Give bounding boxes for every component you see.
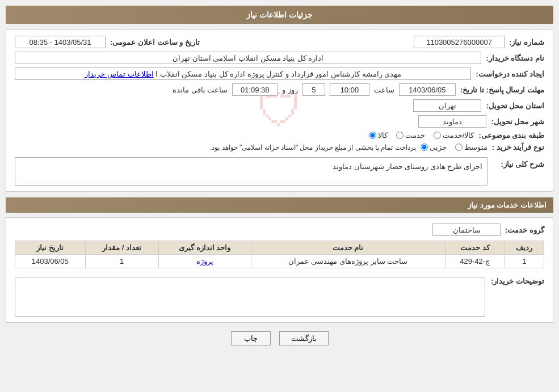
description-value: اجرای طرح هادی روستای حصار شهرستان دماون… bbox=[15, 157, 487, 186]
table-row: 1 ج-42-429 ساخت سایر پروژه‌های مهندسی عم… bbox=[15, 255, 544, 268]
city-label: شهر محل تحویل: bbox=[491, 117, 544, 126]
description-label: شرح کلی نیاز: bbox=[493, 160, 544, 168]
buyer-label: نام دستگاه خریدار: bbox=[486, 54, 544, 62]
category-option-khedmat[interactable]: خدمت bbox=[396, 131, 425, 140]
creator-link[interactable]: اطلاعات تماس خریدار bbox=[85, 70, 153, 78]
province-label: استان محل تحویل: bbox=[486, 102, 544, 110]
category-option-kala[interactable]: کالا bbox=[369, 131, 388, 140]
creator-label: ایجاد کننده درخواست: bbox=[476, 70, 544, 78]
cell-date: 1403/06/05 bbox=[15, 255, 86, 268]
services-section-header: اطلاعات خدمات مورد نیاز bbox=[6, 197, 553, 213]
service-group-label: گروه خدمت: bbox=[505, 226, 544, 234]
row-response-date: مهلت ارسال پاسخ: تا تاریخ: 1403/06/05 سا… bbox=[15, 83, 544, 96]
category-label: طبقه بندی موضوعی: bbox=[478, 131, 544, 140]
buttons-row: بازگشت چاپ bbox=[6, 331, 553, 351]
service-group-value: ساختمان bbox=[432, 224, 501, 236]
cell-name: ساخت سایر پروژه‌های مهندسی عمران bbox=[251, 255, 445, 268]
need-number-value: 1103005276000007 bbox=[414, 36, 505, 48]
date-label: مهلت ارسال پاسخ: تا تاریخ: bbox=[460, 86, 544, 94]
need-number-label: شماره نیاز: bbox=[509, 38, 544, 47]
announce-date-label: تاریخ و ساعت اعلان عمومی: bbox=[110, 38, 200, 47]
cell-row: 1 bbox=[505, 255, 544, 268]
main-title: جزئیات اطلاعات نیاز bbox=[246, 10, 313, 19]
col-name: نام حدمت bbox=[251, 241, 445, 255]
process-option-motavasset[interactable]: متوسط bbox=[455, 143, 487, 151]
description-section: شرح کلی نیاز: اجرای طرح هادی روستای حصار… bbox=[15, 157, 544, 186]
response-date-value: 1403/06/05 bbox=[399, 83, 456, 96]
announce-date-value: 1403/05/31 - 08:35 bbox=[15, 36, 106, 48]
col-unit: واحد اندازه گیری bbox=[158, 241, 251, 255]
response-time-value: 10:00 bbox=[330, 83, 369, 96]
description-row: شرح کلی نیاز: اجرای طرح هادی روستای حصار… bbox=[15, 157, 544, 186]
col-date: تاریخ نیاز bbox=[15, 241, 86, 255]
col-quantity: تعداد / مقدار bbox=[85, 241, 158, 255]
main-section-header: جزئیات اطلاعات نیاز bbox=[6, 6, 553, 24]
time-label: ساعت bbox=[374, 86, 394, 94]
row-province: استان محل تحویل: تهران bbox=[15, 99, 544, 112]
row-city: شهر محل تحویل: دماوند bbox=[15, 115, 544, 128]
days-label: روز و bbox=[282, 86, 298, 94]
col-row: ردیف bbox=[505, 241, 544, 255]
row-process: نوع فرآیند خرید : متوسط جزیی پرداخت تمام… bbox=[15, 143, 544, 151]
main-content: شماره نیاز: 1103005276000007 تاریخ و ساع… bbox=[15, 36, 544, 186]
row-service-group: گروه خدمت: ساختمان bbox=[15, 224, 544, 236]
main-info-box: 🛡 شماره نیاز: 1103005276000007 تاریخ و س… bbox=[6, 29, 553, 192]
cell-code: ج-42-429 bbox=[445, 255, 505, 268]
cell-quantity: 1 bbox=[85, 255, 158, 268]
row-creator: ایجاد کننده درخواست: مهدی رامشه کارشناس … bbox=[15, 68, 544, 80]
page-container: جزئیات اطلاعات نیاز 🛡 شماره نیاز: 110300… bbox=[0, 0, 559, 357]
response-days-value: 5 bbox=[302, 83, 325, 96]
process-note: پرداخت تمام یا بخشی از مبلغ خریداز محل "… bbox=[15, 144, 416, 151]
col-code: کد حدمت bbox=[445, 241, 505, 255]
buyer-notes-value bbox=[15, 277, 485, 317]
process-label: نوع فرآیند خرید : bbox=[492, 143, 544, 151]
print-button[interactable]: چاپ bbox=[231, 331, 271, 345]
process-option-jozi[interactable]: جزیی bbox=[421, 143, 447, 151]
creator-value: مهدی رامشه کارشناس امور قرارداد و کنترل … bbox=[15, 68, 471, 80]
row-buyer: نام دستگاه خریدار: اداره کل بنیاد مسکن ا… bbox=[15, 52, 544, 64]
row-category: طبقه بندی موضوعی: کالا/خدمت خدمت کالا bbox=[15, 131, 544, 140]
remaining-time-value: 01:09:38 bbox=[232, 83, 278, 96]
province-value: تهران bbox=[413, 99, 481, 112]
table-header-row: ردیف کد حدمت نام حدمت واحد اندازه گیری ت… bbox=[15, 241, 544, 255]
city-value: دماوند bbox=[418, 115, 486, 128]
buyer-notes-label: توضیحات خریدار: bbox=[491, 277, 544, 285]
buyer-value: اداره کل بنیاد مسکن انقلاب اسلامی استان … bbox=[15, 52, 481, 64]
services-table: ردیف کد حدمت نام حدمت واحد اندازه گیری ت… bbox=[15, 241, 544, 268]
remaining-label: ساعت باقی مانده bbox=[173, 86, 228, 94]
category-option-kala-khedmat[interactable]: کالا/خدمت bbox=[434, 131, 474, 140]
back-button[interactable]: بازگشت bbox=[279, 331, 329, 345]
buyer-notes-row: توضیحات خریدار: bbox=[15, 274, 544, 317]
process-radio-group: متوسط جزیی bbox=[421, 143, 487, 151]
cell-unit: پروژه bbox=[158, 255, 251, 268]
services-box: گروه خدمت: ساختمان ردیف کد حدمت نام حدمت… bbox=[6, 217, 553, 323]
row-need-number: شماره نیاز: 1103005276000007 تاریخ و ساع… bbox=[15, 36, 544, 48]
category-radio-group: کالا/خدمت خدمت کالا bbox=[369, 131, 474, 140]
